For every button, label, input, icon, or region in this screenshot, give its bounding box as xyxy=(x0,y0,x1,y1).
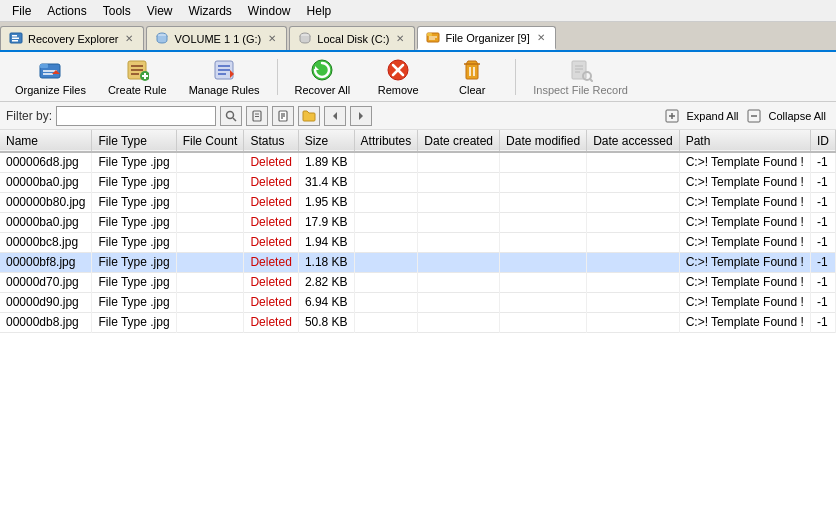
table-cell: File Type .jpg xyxy=(92,212,176,232)
inspect-icon xyxy=(569,58,593,82)
table-cell xyxy=(418,272,500,292)
clear-label: Clear xyxy=(459,84,485,96)
col-header-filetype[interactable]: File Type xyxy=(92,130,176,152)
table-row[interactable]: 00000bf8.jpgFile Type .jpgDeleted1.18 KB… xyxy=(0,252,836,272)
col-header-datemodified[interactable]: Date modified xyxy=(500,130,587,152)
inspect-button[interactable]: Inspect File Record xyxy=(524,55,637,99)
menu-view[interactable]: View xyxy=(139,2,181,20)
table-cell: -1 xyxy=(810,252,835,272)
table-cell xyxy=(354,252,418,272)
tab-local-close[interactable]: ✕ xyxy=(394,33,406,44)
table-row[interactable]: 00000d70.jpgFile Type .jpgDeleted2.82 KB… xyxy=(0,272,836,292)
tab-recovery[interactable]: Recovery Explorer ✕ xyxy=(0,26,144,50)
separator-1 xyxy=(277,59,278,95)
table-cell xyxy=(176,192,244,212)
recover-all-label: Recover All xyxy=(295,84,351,96)
menu-tools[interactable]: Tools xyxy=(95,2,139,20)
col-header-path[interactable]: Path xyxy=(679,130,810,152)
menu-help[interactable]: Help xyxy=(299,2,340,20)
table-cell: 31.4 KB xyxy=(298,172,354,192)
table-cell xyxy=(176,152,244,172)
col-header-status[interactable]: Status xyxy=(244,130,298,152)
table-cell xyxy=(418,152,500,172)
col-header-size[interactable]: Size xyxy=(298,130,354,152)
svg-rect-2 xyxy=(12,37,19,39)
table-cell xyxy=(500,312,587,332)
table-row[interactable]: 00000d90.jpgFile Type .jpgDeleted6.94 KB… xyxy=(0,292,836,312)
collapse-all-button[interactable]: Collapse All xyxy=(765,108,830,124)
filter-doc-button[interactable] xyxy=(272,106,294,126)
svg-marker-51 xyxy=(359,112,363,120)
table-cell: C:>! Template Found ! xyxy=(679,232,810,252)
file-table-container[interactable]: Name File Type File Count Status Size At… xyxy=(0,130,836,524)
remove-button[interactable]: Remove xyxy=(363,55,433,99)
organize-files-button[interactable]: Organize Files xyxy=(6,55,95,99)
svg-rect-3 xyxy=(12,40,18,42)
table-row[interactable]: 000000b80.jpgFile Type .jpgDeleted1.95 K… xyxy=(0,192,836,212)
tab-volume[interactable]: VOLUME 1 1 (G:) ✕ xyxy=(146,26,287,50)
svg-point-41 xyxy=(227,111,234,118)
filter-search-button[interactable] xyxy=(220,106,242,126)
table-cell xyxy=(500,172,587,192)
clear-button[interactable]: Clear xyxy=(437,55,507,99)
menu-actions[interactable]: Actions xyxy=(39,2,94,20)
file-table: Name File Type File Count Status Size At… xyxy=(0,130,836,333)
table-row[interactable]: 00000ba0.jpgFile Type .jpgDeleted17.9 KB… xyxy=(0,212,836,232)
tab-volume-close[interactable]: ✕ xyxy=(266,33,278,44)
table-cell: C:>! Template Found ! xyxy=(679,272,810,292)
tab-recovery-close[interactable]: ✕ xyxy=(123,33,135,44)
table-cell xyxy=(354,232,418,252)
filter-input[interactable] xyxy=(56,106,216,126)
expand-collapse-group: Expand All Collapse All xyxy=(665,108,830,124)
table-cell: File Type .jpg xyxy=(92,252,176,272)
table-cell xyxy=(176,252,244,272)
filter-arrow-right-button[interactable] xyxy=(350,106,372,126)
col-header-dateaccessed[interactable]: Date accessed xyxy=(587,130,679,152)
table-cell xyxy=(500,232,587,252)
menu-wizards[interactable]: Wizards xyxy=(181,2,240,20)
tab-bar: Recovery Explorer ✕ VOLUME 1 1 (G:) ✕ Lo… xyxy=(0,22,836,52)
table-cell xyxy=(354,312,418,332)
tab-local[interactable]: Local Disk (C:) ✕ xyxy=(289,26,415,50)
tab-recovery-label: Recovery Explorer xyxy=(28,33,118,45)
table-cell: Deleted xyxy=(244,152,298,172)
tab-volume-label: VOLUME 1 1 (G:) xyxy=(174,33,261,45)
col-header-id[interactable]: ID xyxy=(810,130,835,152)
recover-all-button[interactable]: Recover All xyxy=(286,55,360,99)
table-row[interactable]: 00000bc8.jpgFile Type .jpgDeleted1.94 KB… xyxy=(0,232,836,252)
col-header-filecount[interactable]: File Count xyxy=(176,130,244,152)
local-disk-icon xyxy=(298,31,312,47)
tab-organizer-close[interactable]: ✕ xyxy=(535,32,547,43)
filter-arrow-left-button[interactable] xyxy=(324,106,346,126)
table-cell: File Type .jpg xyxy=(92,312,176,332)
menu-window[interactable]: Window xyxy=(240,2,299,20)
table-row[interactable]: 00000ba0.jpgFile Type .jpgDeleted31.4 KB… xyxy=(0,172,836,192)
tab-local-label: Local Disk (C:) xyxy=(317,33,389,45)
manage-rules-button[interactable]: Manage Rules xyxy=(180,55,269,99)
table-cell xyxy=(587,152,679,172)
table-cell: 1.18 KB xyxy=(298,252,354,272)
remove-icon xyxy=(386,58,410,82)
menu-file[interactable]: File xyxy=(4,2,39,20)
table-cell xyxy=(418,252,500,272)
table-cell: -1 xyxy=(810,272,835,292)
table-cell xyxy=(354,152,418,172)
clear-icon xyxy=(460,58,484,82)
tab-organizer-label: File Organizer [9] xyxy=(445,32,529,44)
table-cell xyxy=(418,212,500,232)
create-rule-button[interactable]: Create Rule xyxy=(99,55,176,99)
table-cell xyxy=(354,272,418,292)
filter-folder-button[interactable] xyxy=(298,106,320,126)
toolbar: Organize Files Create Rule xyxy=(0,52,836,102)
col-header-name[interactable]: Name xyxy=(0,130,92,152)
expand-all-button[interactable]: Expand All xyxy=(683,108,743,124)
filter-file-button[interactable] xyxy=(246,106,268,126)
table-row[interactable]: 00000db8.jpgFile Type .jpgDeleted50.8 KB… xyxy=(0,312,836,332)
col-header-datecreated[interactable]: Date created xyxy=(418,130,500,152)
tab-organizer[interactable]: File Organizer [9] ✕ xyxy=(417,26,555,50)
table-row[interactable]: 000006d8.jpgFile Type .jpgDeleted1.89 KB… xyxy=(0,152,836,172)
table-cell xyxy=(500,252,587,272)
table-cell: 000000b80.jpg xyxy=(0,192,92,212)
separator-2 xyxy=(515,59,516,95)
col-header-attributes[interactable]: Attributes xyxy=(354,130,418,152)
